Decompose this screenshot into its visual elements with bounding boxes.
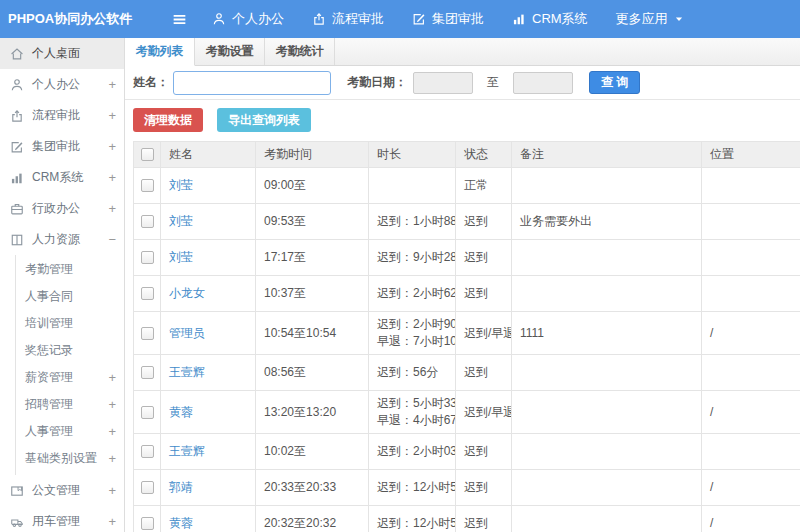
- cell-duration: 迟到：2小时90分早退：7小时10分: [369, 312, 456, 355]
- employee-name-link[interactable]: 刘莹: [169, 250, 193, 264]
- top-nav-item-4[interactable]: CRM系统: [512, 10, 588, 28]
- employee-name-link[interactable]: 刘莹: [169, 214, 193, 228]
- employee-name-link[interactable]: 黄蓉: [169, 405, 193, 419]
- name-input[interactable]: [173, 71, 331, 95]
- top-nav-item-1[interactable]: 个人办公: [212, 10, 284, 28]
- collapse-minus-icon[interactable]: −: [104, 232, 116, 247]
- cell-duration: 迟到：2小时62分: [369, 276, 456, 312]
- row-checkbox-cell: [134, 204, 161, 240]
- row-checkbox[interactable]: [141, 179, 154, 192]
- sidebar-item-个人办公[interactable]: 个人办公+: [0, 69, 124, 100]
- sidebar-item-label: CRM系统: [32, 169, 104, 186]
- sidebar-subitem-label: 考勤管理: [25, 261, 116, 278]
- table-row: 王壹辉10:02至迟到：2小时03分迟到: [134, 434, 800, 470]
- expand-plus-icon[interactable]: +: [108, 370, 116, 385]
- export-list-button[interactable]: 导出查询列表: [217, 108, 311, 132]
- row-checkbox[interactable]: [141, 445, 154, 458]
- sidebar-item-集团审批[interactable]: 集团审批+: [0, 131, 124, 162]
- sidebar-subitem-人事管理[interactable]: 人事管理+: [16, 418, 124, 445]
- expand-plus-icon[interactable]: +: [104, 170, 116, 185]
- chart-icon: [512, 12, 526, 26]
- cell-duration: [369, 168, 456, 204]
- clean-data-button[interactable]: 清理数据: [133, 108, 203, 132]
- top-nav-item-2[interactable]: 流程审批: [312, 10, 384, 28]
- cell-status: 迟到: [456, 434, 512, 470]
- employee-name-link[interactable]: 王壹辉: [169, 444, 205, 458]
- cell-note: [512, 240, 702, 276]
- sidebar-subitem-人事合同[interactable]: 人事合同: [16, 283, 124, 310]
- sidebar-subitem-培训管理[interactable]: 培训管理: [16, 310, 124, 337]
- sidebar-item-人力资源[interactable]: 人力资源−: [0, 224, 124, 255]
- employee-name-link[interactable]: 刘莹: [169, 178, 193, 192]
- query-button[interactable]: 查 询: [589, 71, 640, 94]
- user-icon: [212, 12, 226, 26]
- expand-plus-icon[interactable]: +: [104, 514, 116, 529]
- cell-location: /: [702, 312, 800, 355]
- menu-toggle-icon[interactable]: [171, 11, 188, 28]
- sidebar-subitem-招聘管理[interactable]: 招聘管理+: [16, 391, 124, 418]
- row-checkbox[interactable]: [141, 406, 154, 419]
- top-nav-menu: 个人办公流程审批集团审批CRM系统更多应用: [212, 10, 712, 28]
- row-checkbox[interactable]: [141, 251, 154, 264]
- sidebar-subitem-奖惩记录[interactable]: 奖惩记录: [16, 337, 124, 364]
- top-nav-item-5[interactable]: 更多应用: [616, 10, 684, 28]
- employee-name-link[interactable]: 黄蓉: [169, 516, 193, 530]
- expand-plus-icon[interactable]: +: [108, 451, 116, 466]
- date-from-input[interactable]: [413, 72, 473, 94]
- sidebar-subitem-考勤管理[interactable]: 考勤管理: [16, 256, 124, 283]
- flow-icon: [312, 12, 326, 26]
- tab-考勤列表[interactable]: 考勤列表: [125, 38, 195, 66]
- cell-attendance-time: 20:33至20:33: [256, 470, 369, 506]
- cell-note: [512, 470, 702, 506]
- expand-plus-icon[interactable]: +: [104, 201, 116, 216]
- tab-考勤设置[interactable]: 考勤设置: [195, 38, 265, 65]
- expand-plus-icon[interactable]: +: [104, 108, 116, 123]
- to-label: 至: [487, 74, 499, 91]
- sidebar-subitem-薪资管理[interactable]: 薪资管理+: [16, 364, 124, 391]
- sidebar-subitem-基础类别设置[interactable]: 基础类别设置+: [16, 445, 124, 472]
- row-checkbox[interactable]: [141, 517, 154, 530]
- sidebar-item-行政办公[interactable]: 行政办公+: [0, 193, 124, 224]
- row-checkbox[interactable]: [141, 327, 154, 340]
- sidebar-item-CRM系统[interactable]: CRM系统+: [0, 162, 124, 193]
- expand-plus-icon[interactable]: +: [104, 139, 116, 154]
- row-checkbox[interactable]: [141, 287, 154, 300]
- column-header-状态: 状态: [456, 142, 512, 168]
- cell-attendance-time: 10:54至10:54: [256, 312, 369, 355]
- cell-note: [512, 355, 702, 391]
- sidebar-subitem-label: 人事合同: [25, 288, 116, 305]
- duration-line: 迟到：2小时90分: [377, 316, 447, 333]
- search-form: 姓名： 考勤日期： 至 查 询: [125, 66, 800, 100]
- employee-name-link[interactable]: 管理员: [169, 326, 205, 340]
- expand-plus-icon[interactable]: +: [104, 77, 116, 92]
- expand-plus-icon[interactable]: +: [108, 424, 116, 439]
- cell-name: 刘莹: [161, 204, 256, 240]
- expand-plus-icon[interactable]: +: [108, 397, 116, 412]
- employee-name-link[interactable]: 小龙女: [169, 286, 205, 300]
- employee-name-link[interactable]: 郭靖: [169, 480, 193, 494]
- cell-location: /: [702, 506, 800, 532]
- select-all-checkbox[interactable]: [141, 148, 154, 161]
- sidebar-item-个人桌面[interactable]: 个人桌面: [0, 38, 124, 69]
- expand-plus-icon[interactable]: +: [104, 483, 116, 498]
- cell-attendance-time: 09:53至: [256, 204, 369, 240]
- cell-attendance-time: 10:02至: [256, 434, 369, 470]
- main-content: 考勤列表考勤设置考勤统计 姓名： 考勤日期： 至 查 询 清理数据 导出查询列表…: [125, 38, 800, 532]
- sidebar-item-用车管理[interactable]: 用车管理+: [0, 506, 124, 532]
- tab-考勤统计[interactable]: 考勤统计: [265, 38, 335, 65]
- top-navigation-bar: PHPOA协同办公软件 个人办公流程审批集团审批CRM系统更多应用: [0, 0, 800, 38]
- cell-attendance-time: 17:17至: [256, 240, 369, 276]
- row-checkbox[interactable]: [141, 366, 154, 379]
- table-header: 姓名考勤时间时长状态备注位置: [134, 142, 800, 168]
- sidebar-item-流程审批[interactable]: 流程审批+: [0, 100, 124, 131]
- table-row: 王壹辉08:56至迟到：56分迟到: [134, 355, 800, 391]
- row-checkbox[interactable]: [141, 215, 154, 228]
- date-to-input[interactable]: [513, 72, 573, 94]
- employee-name-link[interactable]: 王壹辉: [169, 365, 205, 379]
- row-checkbox-cell: [134, 355, 161, 391]
- sidebar-submenu: 考勤管理人事合同培训管理奖惩记录薪资管理+招聘管理+人事管理+基础类别设置+: [15, 255, 124, 475]
- row-checkbox[interactable]: [141, 481, 154, 494]
- sidebar-item-公文管理[interactable]: 公文管理+: [0, 475, 124, 506]
- top-nav-item-3[interactable]: 集团审批: [412, 10, 484, 28]
- cell-attendance-time: 09:00至: [256, 168, 369, 204]
